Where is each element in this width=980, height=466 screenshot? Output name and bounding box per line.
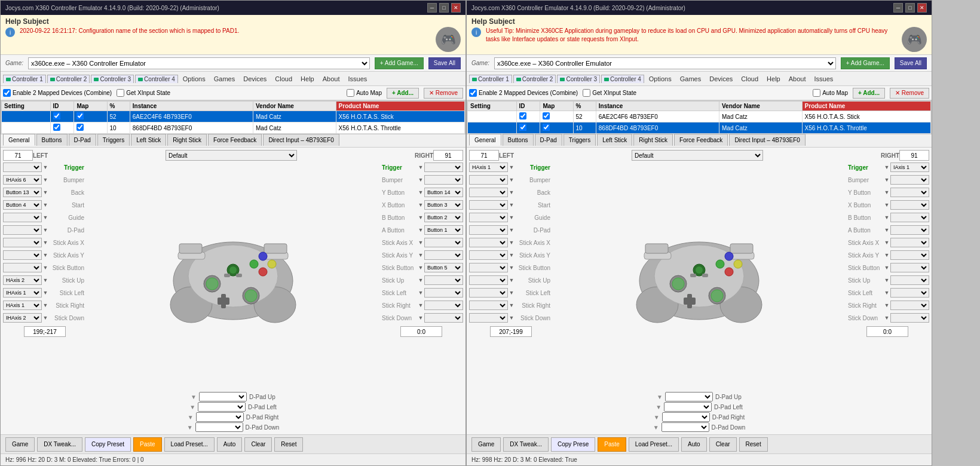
btn-copy-prese[interactable]: Copy Prese xyxy=(551,437,595,452)
left-trigger-value[interactable] xyxy=(469,150,499,161)
left-axis-select-12[interactable]: IHAxis 2 xyxy=(3,313,42,323)
left-axis-select-4[interactable] xyxy=(469,213,508,222)
device-enable-checkbox[interactable] xyxy=(53,124,60,131)
right-axis-select-2[interactable] xyxy=(890,188,929,197)
left-trigger-value[interactable] xyxy=(3,150,33,161)
menu-item-about[interactable]: About xyxy=(785,75,810,83)
xinput-label[interactable]: Get XInput State xyxy=(583,89,636,97)
xinput-checkbox[interactable] xyxy=(117,89,124,97)
left-axis-select-3[interactable]: Button 4 xyxy=(3,200,42,210)
btn-reset[interactable]: Reset xyxy=(274,437,303,452)
right-axis-select-8[interactable] xyxy=(890,263,929,272)
left-axis-select-12[interactable] xyxy=(469,313,508,323)
left-axis-select-7[interactable] xyxy=(469,250,508,260)
left-axis-select-11[interactable]: HAxis 1 xyxy=(3,301,42,310)
menu-item-controller-2[interactable]: Controller 2 xyxy=(47,75,90,83)
btn-game[interactable]: Game xyxy=(471,437,501,452)
right-axis-select-5[interactable] xyxy=(890,225,929,235)
enable-mapped-label[interactable]: Enable 2 Mapped Devices (Combine) xyxy=(3,89,112,97)
left-coord-display[interactable] xyxy=(490,326,532,337)
menu-item-games[interactable]: Games xyxy=(210,75,238,83)
tab-right-stick[interactable]: Right Stick xyxy=(633,134,673,146)
add-device-button[interactable]: + Add... xyxy=(853,88,885,99)
btn-auto[interactable]: Auto xyxy=(681,437,707,452)
profile-dropdown[interactable]: Default xyxy=(166,150,297,161)
device-row[interactable]: 526AE2C4F6 4B793EF0Mad CatzX56 H.O.T.A.S… xyxy=(2,111,465,122)
btn-load-preset[interactable]: Load Preset... xyxy=(629,437,679,452)
right-axis-select-3[interactable]: Button 3 xyxy=(424,200,463,210)
tab-direct-input--4b793ef0[interactable]: Direct Input – 4B793EF0 xyxy=(263,134,339,146)
tab-direct-input--4b793ef0[interactable]: Direct Input – 4B793EF0 xyxy=(729,134,806,146)
menu-item-options[interactable]: Options xyxy=(179,75,209,83)
device-enable-checkbox[interactable] xyxy=(53,112,60,119)
left-axis-select-6[interactable] xyxy=(469,238,508,247)
automap-checkbox[interactable] xyxy=(813,89,820,97)
btn-dx-tweak[interactable]: DX Tweak... xyxy=(37,437,82,452)
right-axis-select-0[interactable]: IAxis 1 xyxy=(890,163,929,172)
left-axis-select-5[interactable] xyxy=(3,225,42,235)
remove-device-button[interactable]: ✕ Remove xyxy=(890,88,929,99)
menu-item-devices[interactable]: Devices xyxy=(240,75,270,83)
menu-item-devices[interactable]: Devices xyxy=(706,75,736,83)
right-coord-display[interactable] xyxy=(866,326,908,337)
tab-left-stick[interactable]: Left Stick xyxy=(597,134,632,146)
right-axis-select-4[interactable]: Button 2 xyxy=(424,213,463,222)
right-axis-select-6[interactable] xyxy=(424,238,463,247)
right-axis-select-12[interactable] xyxy=(424,313,463,323)
left-axis-select-4[interactable] xyxy=(3,213,42,222)
left-axis-select-8[interactable] xyxy=(469,263,508,272)
left-axis-select-0[interactable] xyxy=(3,163,42,172)
left-axis-select-2[interactable] xyxy=(469,188,508,197)
menu-item-cloud[interactable]: Cloud xyxy=(271,75,296,83)
right-axis-select-7[interactable] xyxy=(890,250,929,260)
menu-item-issues[interactable]: Issues xyxy=(810,75,837,83)
dpad-select[interactable] xyxy=(198,402,246,412)
enable-mapped-checkbox[interactable] xyxy=(3,89,11,97)
add-game-button[interactable]: + Add Game... xyxy=(841,57,890,69)
dpad-select[interactable] xyxy=(195,422,243,432)
left-axis-select-10[interactable]: IHAxis 1 xyxy=(3,288,42,298)
close-button[interactable]: ✕ xyxy=(917,3,927,13)
menu-item-controller-3[interactable]: Controller 3 xyxy=(91,75,134,83)
left-axis-select-8[interactable] xyxy=(3,263,42,272)
tab-buttons[interactable]: Buttons xyxy=(36,134,68,146)
enable-mapped-checkbox[interactable] xyxy=(469,89,477,97)
maximize-button[interactable]: □ xyxy=(439,3,449,13)
tab-d-pad[interactable]: D-Pad xyxy=(69,134,96,146)
right-axis-select-7[interactable] xyxy=(424,250,463,260)
btn-auto[interactable]: Auto xyxy=(217,437,243,452)
minimize-button[interactable]: ─ xyxy=(427,3,437,13)
game-select[interactable]: x360ce.exe – X360 Controller Emulator xyxy=(494,57,836,69)
xinput-checkbox[interactable] xyxy=(583,89,590,97)
right-axis-select-3[interactable] xyxy=(890,200,929,210)
btn-clear[interactable]: Clear xyxy=(244,437,272,452)
dpad-select[interactable] xyxy=(662,412,710,422)
btn-copy-preset[interactable]: Copy Preset xyxy=(85,437,131,452)
menu-item-help[interactable]: Help xyxy=(763,75,784,83)
automap-checkbox[interactable] xyxy=(347,89,354,97)
right-axis-select-0[interactable] xyxy=(424,163,463,172)
menu-item-help[interactable]: Help xyxy=(297,75,318,83)
left-axis-select-11[interactable] xyxy=(469,301,508,310)
right-axis-select-11[interactable] xyxy=(424,301,463,310)
right-axis-select-11[interactable] xyxy=(890,301,929,310)
left-axis-select-1[interactable] xyxy=(469,175,508,185)
left-coord-display[interactable] xyxy=(24,326,66,337)
save-all-button[interactable]: Save All xyxy=(895,57,927,69)
right-axis-select-10[interactable] xyxy=(890,288,929,298)
tab-force-feedback[interactable]: Force Feedback xyxy=(208,134,262,146)
tab-triggers[interactable]: Triggers xyxy=(564,134,596,146)
left-axis-select-2[interactable]: Button 13 xyxy=(3,188,42,197)
save-all-button[interactable]: Save All xyxy=(428,57,461,69)
menu-item-controller-3[interactable]: Controller 3 xyxy=(557,75,600,83)
tab-general[interactable]: General xyxy=(469,134,501,146)
right-axis-select-10[interactable] xyxy=(424,288,463,298)
menu-item-controller-4[interactable]: Controller 4 xyxy=(601,75,644,83)
right-axis-select-1[interactable] xyxy=(890,175,929,185)
menu-item-controller-2[interactable]: Controller 2 xyxy=(513,75,556,83)
device-enable-checkbox[interactable] xyxy=(519,124,526,131)
left-axis-select-6[interactable] xyxy=(3,238,42,247)
left-axis-select-5[interactable] xyxy=(469,225,508,235)
left-axis-select-9[interactable]: HAxis 2 xyxy=(3,275,42,285)
maximize-button[interactable]: □ xyxy=(905,3,915,13)
